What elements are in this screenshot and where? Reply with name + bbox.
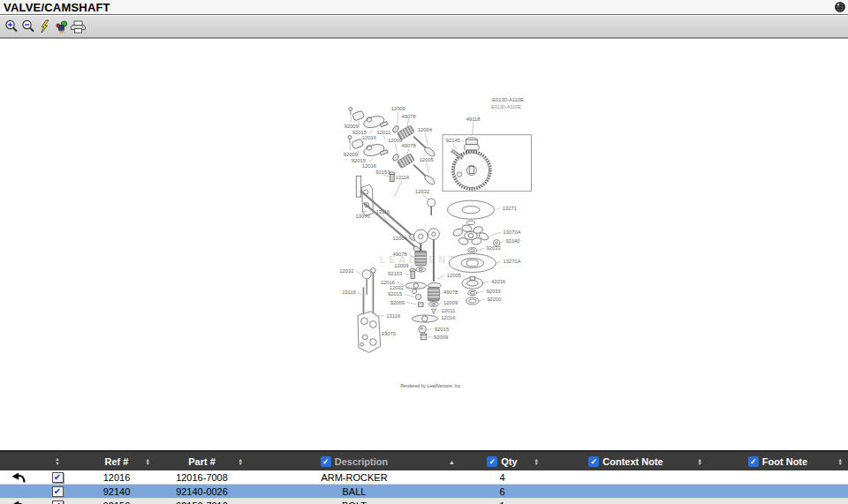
part-label-92200[interactable]: 92200 bbox=[487, 297, 502, 302]
part-label-13070[interactable]: 13070 bbox=[382, 331, 397, 336]
sort-toggle-icon[interactable]: ▲▼ bbox=[55, 457, 59, 465]
part-label-13116[interactable]: 13116 bbox=[386, 313, 400, 319]
part-label-13070[interactable]: 13070 bbox=[355, 214, 370, 219]
row-checkbox[interactable]: ✔ bbox=[52, 500, 64, 504]
table-row[interactable]: ✔9214092140-0026BALL6 bbox=[0, 485, 848, 499]
leader-line bbox=[427, 162, 429, 173]
part-label-13116[interactable]: 13116 bbox=[376, 209, 390, 214]
part-label-92015[interactable]: 92015 bbox=[435, 327, 449, 332]
parts-assistant-button[interactable] bbox=[53, 18, 70, 35]
table-row[interactable]: ✔9215092150-7010BOLT1 bbox=[0, 499, 848, 504]
part-label-12016[interactable]: 12016 bbox=[441, 315, 455, 320]
part-label-12016[interactable]: 12016 bbox=[381, 280, 395, 285]
sort-toggle-icon[interactable]: ▲▼ bbox=[698, 457, 702, 465]
part-label-12032[interactable]: 12032 bbox=[339, 268, 353, 274]
part-label-12004[interactable]: 12004 bbox=[392, 236, 407, 241]
column-checkbox-context[interactable]: ✓ bbox=[588, 456, 599, 467]
column-header-ref[interactable]: Ref #▲▼ bbox=[78, 452, 155, 470]
part-label-12011[interactable]: 12011 bbox=[376, 130, 390, 135]
context-cell bbox=[544, 499, 708, 504]
back-to-diagram-arrow-icon[interactable] bbox=[11, 500, 26, 504]
part-label-42036[interactable]: 42036 bbox=[491, 279, 505, 284]
part-label-12005[interactable]: 12005 bbox=[447, 273, 461, 278]
parts-catalog-app: VALVE/CAMSHAFT bbox=[0, 0, 848, 504]
column-checkbox-desc[interactable]: ✓ bbox=[321, 456, 331, 467]
leader-line bbox=[383, 135, 385, 140]
print-button[interactable] bbox=[70, 18, 87, 35]
sort-toggle-icon[interactable]: ▲▼ bbox=[238, 457, 243, 465]
leader-line bbox=[369, 131, 374, 133]
column-header-qty[interactable]: ✓Qty▲▼ bbox=[460, 452, 544, 470]
part-label-49078[interactable]: 49078 bbox=[402, 114, 416, 119]
qty-cell: 4 bbox=[460, 470, 544, 484]
part-label-12004[interactable]: 12004 bbox=[418, 127, 433, 132]
part-label-92009[interactable]: 92009 bbox=[434, 335, 448, 340]
part-label-12016[interactable]: 12016 bbox=[362, 135, 376, 140]
part-label-92033[interactable]: 92033 bbox=[486, 245, 500, 251]
part-label-12032[interactable]: 12032 bbox=[415, 189, 429, 194]
part-label-92015[interactable]: 92015 bbox=[352, 158, 366, 163]
sort-asc-icon[interactable]: ▲ bbox=[449, 458, 455, 464]
part-label-49078[interactable]: 49078 bbox=[443, 290, 458, 295]
part-label-92009[interactable]: 92009 bbox=[344, 152, 358, 157]
row-checkbox[interactable]: ✔ bbox=[52, 472, 64, 483]
part-label-92015[interactable]: 92015 bbox=[388, 291, 402, 297]
leader-line bbox=[395, 143, 398, 153]
hotspot-toggle-button[interactable] bbox=[36, 18, 53, 35]
table-row[interactable]: ✔1201612016-7008ARM-ROCKER4 bbox=[0, 470, 848, 485]
part-label-13116[interactable]: 13116 bbox=[395, 175, 409, 180]
back-to-diagram-arrow-icon[interactable] bbox=[11, 472, 26, 483]
part-label-12009[interactable]: 12009 bbox=[391, 106, 405, 111]
column-header-foot[interactable]: ✓Foot Note▲▼ bbox=[708, 452, 848, 470]
part-label-92009[interactable]: 92009 bbox=[390, 300, 405, 305]
part-cell: 12016-7008 bbox=[155, 470, 248, 484]
leader-line bbox=[438, 275, 445, 279]
row-checkbox[interactable]: ✔ bbox=[52, 486, 64, 497]
desc-cell: ARM-ROCKER bbox=[248, 470, 460, 484]
title-bar: VALVE/CAMSHAFT bbox=[0, 0, 848, 15]
part-label-92145[interactable]: 92145 bbox=[446, 138, 460, 143]
part-label-12009[interactable]: 12009 bbox=[443, 300, 458, 305]
ref-cell: 12016 bbox=[78, 470, 155, 484]
part-label-13116[interactable]: 13116 bbox=[342, 290, 356, 295]
part-label-92033[interactable]: 92033 bbox=[486, 289, 500, 294]
part-label-49118[interactable]: 49118 bbox=[466, 117, 481, 122]
column-header-context[interactable]: ✓Context Note▲▼ bbox=[544, 452, 708, 470]
part-label-13070A[interactable]: 13070A bbox=[504, 229, 521, 235]
column-header-select[interactable]: ▲▼ bbox=[37, 452, 78, 470]
leader-line bbox=[356, 271, 361, 275]
column-header-desc[interactable]: ✓Description▲ bbox=[248, 452, 460, 470]
context-cell bbox=[544, 470, 708, 484]
part-label-92153[interactable]: 92153 bbox=[388, 271, 402, 276]
part-label-92009[interactable]: 92009 bbox=[344, 124, 359, 129]
part-label-12032[interactable]: 12032 bbox=[390, 285, 404, 290]
part-label-12011[interactable]: 12011 bbox=[442, 308, 456, 313]
part-label-92015[interactable]: 92015 bbox=[352, 130, 367, 135]
part-label-12005[interactable]: 12005 bbox=[420, 157, 434, 162]
desc-cell: BALL bbox=[248, 485, 460, 498]
column-checkbox-foot[interactable]: ✓ bbox=[748, 456, 759, 467]
sort-toggle-icon[interactable]: ▲▼ bbox=[838, 457, 843, 465]
part-label-12016[interactable]: 12016 bbox=[362, 163, 376, 169]
column-checkbox-qty[interactable]: ✓ bbox=[487, 456, 497, 467]
leader-line bbox=[351, 114, 352, 122]
part-label-13271[interactable]: 13271 bbox=[503, 206, 517, 211]
part-label-92153[interactable]: 92153 bbox=[375, 169, 390, 175]
part-label-92140[interactable]: 92140 bbox=[505, 238, 520, 244]
part-label-49078[interactable]: 49078 bbox=[402, 143, 416, 148]
part-label-12009[interactable]: 12009 bbox=[388, 138, 402, 143]
column-header-nav bbox=[0, 452, 37, 470]
part-label-49078[interactable]: 49078 bbox=[392, 252, 406, 257]
sort-toggle-icon[interactable]: ▲▼ bbox=[534, 457, 539, 465]
part-label-12009[interactable]: 12009 bbox=[394, 263, 408, 268]
sort-toggle-icon[interactable]: ▲▼ bbox=[146, 457, 150, 465]
foot-cell bbox=[708, 485, 848, 498]
column-header-part[interactable]: Part #▲▼ bbox=[155, 452, 248, 470]
zoom-out-button[interactable] bbox=[19, 18, 36, 35]
part-label-E0130-A110E[interactable]: E0130-A110E bbox=[492, 97, 524, 102]
globe-icon[interactable] bbox=[834, 1, 846, 13]
context-cell bbox=[544, 485, 708, 498]
leader-line bbox=[496, 208, 500, 210]
zoom-in-button[interactable] bbox=[3, 18, 19, 35]
part-label-13271A[interactable]: 13271A bbox=[504, 259, 521, 264]
